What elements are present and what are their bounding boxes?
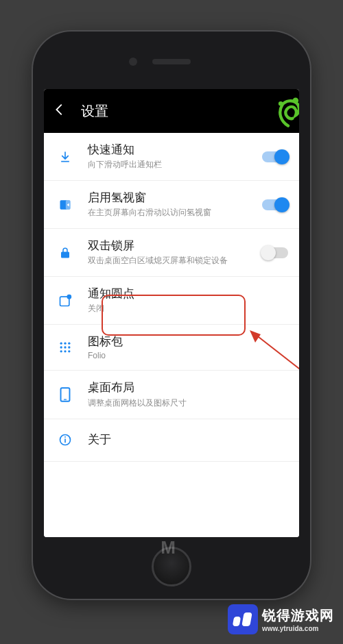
svg-rect-2 [61,160,69,162]
row-about[interactable]: 关于 [44,419,299,462]
settings-list: 快速通知 向下滑动呼出通知栏 启用氢视窗 在主页屏幕向右滑动以访问氢视窗 [44,133,299,537]
svg-point-11 [64,347,66,349]
svg-point-0 [293,98,299,104]
mascot-icon [273,93,299,129]
row-desktop-layout[interactable]: 桌面布局 调整桌面网格以及图标尺寸 [44,371,299,419]
row-double-tap-lock[interactable]: 双击锁屏 双击桌面空白区域熄灭屏幕和锁定设备 [44,229,299,277]
row-title: 双击锁屏 [88,238,250,253]
svg-point-13 [60,351,62,353]
row-subtitle: 关闭 [88,303,288,314]
svg-point-9 [68,343,70,345]
svg-point-8 [64,343,66,345]
info-icon [55,433,75,447]
toggle-quick-notification[interactable] [262,151,288,162]
watermark-brand: 锐得游戏网 [262,606,334,625]
home-button[interactable] [152,547,191,586]
row-subtitle: 在主页屏幕向右滑动以访问氢视窗 [88,207,250,219]
row-title: 桌面布局 [88,380,288,395]
svg-point-14 [64,351,66,353]
row-subtitle: 向下滑动呼出通知栏 [88,159,250,171]
grid-icon [55,340,75,354]
panel-right-icon [55,198,75,212]
svg-point-7 [60,343,62,345]
row-quick-notification[interactable]: 快速通知 向下滑动呼出通知栏 [44,133,299,181]
page-title: 设置 [81,102,108,121]
svg-point-6 [67,295,72,299]
row-title: 启用氢视窗 [88,190,250,206]
svg-point-10 [60,347,62,349]
row-title: 通知圆点 [88,286,288,301]
watermark-icon [228,604,258,634]
row-title: 快速通知 [88,143,250,158]
row-hydrogen-window[interactable]: 启用氢视窗 在主页屏幕向右滑动以访问氢视窗 [44,181,299,229]
svg-rect-17 [64,399,67,399]
notification-dot-icon [55,294,75,308]
svg-rect-19 [64,438,66,443]
row-icon-pack[interactable]: 图标包 Folio [44,325,299,371]
svg-point-12 [68,347,70,349]
phone-camera [129,58,137,66]
toggle-hydrogen-window[interactable] [262,199,288,210]
row-notification-dot[interactable]: 通知圆点 关闭 [44,277,299,325]
phone-icon [55,387,75,402]
phone-frame: 设置 快速通知 向下滑动呼出通知栏 [33,32,310,599]
phone-speaker [152,59,191,64]
app-bar: 设置 [44,89,299,133]
svg-point-15 [68,351,70,353]
download-icon [55,150,75,164]
row-title: 图标包 [88,334,288,349]
toggle-double-tap-lock[interactable] [262,247,288,258]
watermark-domain: www.ytruida.com [262,625,334,632]
row-title: 关于 [88,432,288,447]
watermark-logo: 锐得游戏网 www.ytruida.com [228,600,338,639]
lock-icon [55,246,75,260]
screen: 设置 快速通知 向下滑动呼出通知栏 [44,89,299,537]
svg-rect-20 [64,436,66,438]
row-subtitle: Folio [88,351,288,360]
arrow-left-icon [52,102,67,117]
back-button[interactable] [52,102,67,120]
svg-point-1 [279,101,283,106]
row-subtitle: 双击桌面空白区域熄灭屏幕和锁定设备 [88,255,250,267]
row-subtitle: 调整桌面网格以及图标尺寸 [88,397,288,409]
